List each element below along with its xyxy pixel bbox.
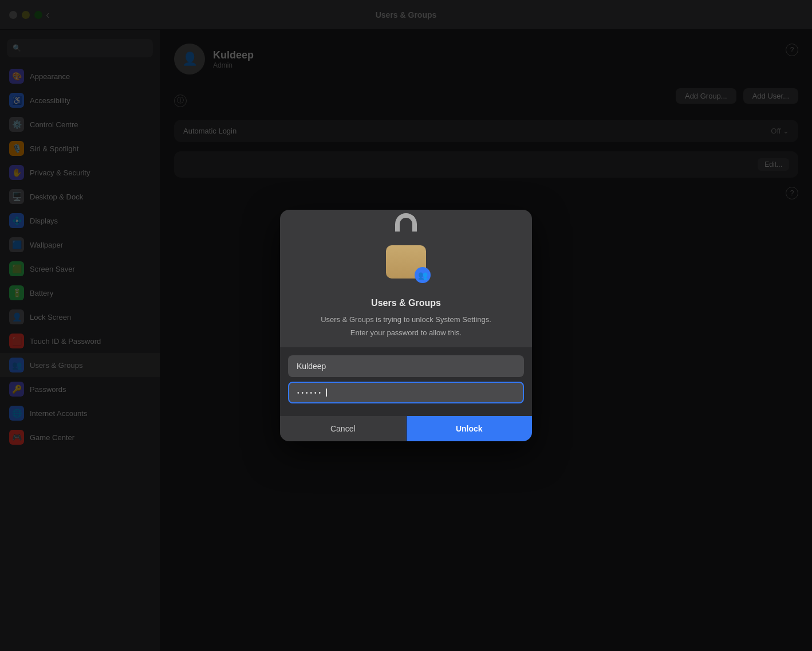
lock-body: 👥 [386, 245, 426, 279]
lock-icon-container: 👥 [386, 228, 426, 281]
username-field: Kuldeep [288, 355, 524, 377]
cancel-button[interactable]: Cancel [280, 416, 406, 441]
dialog-hint: Enter your password to allow this. [298, 328, 514, 337]
dialog-subtitle: Users & Groups is trying to unlock Syste… [298, 314, 514, 326]
lock-shackle [395, 213, 417, 232]
password-dots: •••••• [297, 390, 323, 396]
dialog-content: 👥 Users & Groups Users & Groups is tryin… [280, 210, 532, 338]
unlock-dialog: 👥 Users & Groups Users & Groups is tryin… [280, 210, 532, 442]
dialog-overlay: 👥 Users & Groups Users & Groups is tryin… [0, 0, 812, 651]
dialog-title: Users & Groups [298, 298, 514, 308]
username-value: Kuldeep [297, 362, 326, 371]
cursor [326, 389, 327, 397]
users-badge-icon: 👥 [415, 267, 431, 283]
unlock-button[interactable]: Unlock [407, 416, 533, 441]
dialog-form: Kuldeep •••••• [280, 347, 532, 416]
password-field[interactable]: •••••• [288, 382, 524, 403]
dialog-buttons: Cancel Unlock [280, 416, 532, 441]
